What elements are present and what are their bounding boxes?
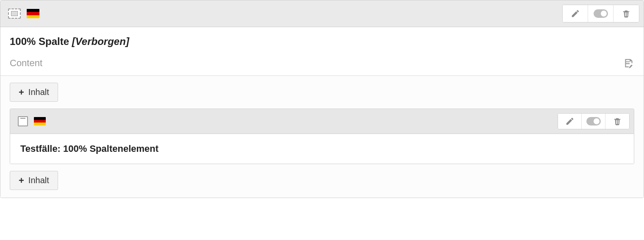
hidden-badge: [Verborgen] — [72, 36, 129, 47]
nested-element-title: Testfälle: 100% Spaltenelement — [10, 134, 634, 164]
language-flag-de-icon — [27, 9, 39, 18]
toggle-icon — [586, 117, 601, 126]
content-section-header: Content — [0, 58, 644, 76]
outer-action-buttons — [562, 5, 639, 22]
language-flag-de-icon — [34, 117, 46, 126]
edit-button[interactable] — [558, 114, 582, 129]
pencil-icon — [565, 117, 575, 126]
edit-section-button[interactable] — [623, 58, 634, 69]
nested-element-type-icon — [18, 116, 28, 126]
content-element-type-icon — [8, 8, 21, 19]
trash-icon — [622, 9, 631, 18]
trash-icon — [613, 117, 622, 126]
content-section-label: Content — [10, 58, 42, 69]
pencil-icon — [571, 9, 580, 18]
add-content-label: Inhalt — [28, 87, 49, 97]
delete-button[interactable] — [613, 5, 639, 22]
toggle-icon — [594, 9, 608, 18]
plus-icon: + — [19, 88, 24, 97]
outer-title-row: 100% Spalte [Verborgen] — [0, 27, 644, 58]
nested-action-buttons — [558, 113, 630, 129]
outer-header-left — [8, 8, 39, 19]
delete-button[interactable] — [605, 114, 629, 129]
nested-element-header — [10, 109, 634, 134]
content-element-outer: 100% Spalte [Verborgen] Content + Inhalt — [0, 0, 644, 198]
outer-title-text: 100% Spalte — [10, 36, 69, 47]
document-edit-icon — [623, 58, 634, 69]
outer-element-title: 100% Spalte [Verborgen] — [10, 36, 129, 47]
add-content-label: Inhalt — [28, 176, 49, 185]
visibility-toggle-button[interactable] — [582, 114, 605, 129]
add-content-button-top[interactable]: + Inhalt — [10, 83, 58, 102]
add-content-button-bottom[interactable]: + Inhalt — [10, 171, 58, 190]
edit-button[interactable] — [563, 5, 588, 22]
plus-icon: + — [19, 176, 24, 185]
outer-element-header — [0, 0, 644, 27]
nested-content-element: Testfälle: 100% Spaltenelement — [10, 109, 634, 164]
visibility-toggle-button[interactable] — [588, 5, 613, 22]
content-body: + Inhalt — [0, 76, 644, 198]
nested-header-left — [18, 116, 46, 126]
